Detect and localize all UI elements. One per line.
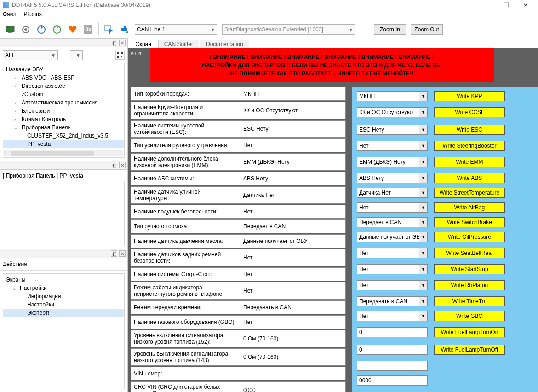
screens-item[interactable]: Настройки [3, 300, 124, 309]
refresh-blue-icon[interactable] [36, 24, 47, 35]
write-button[interactable]: Write KPP [434, 91, 505, 101]
param-dropdown[interactable]: Нет▼ [357, 311, 428, 321]
param-dropdown[interactable]: КК и ОС Отсутствуют▼ [357, 107, 428, 117]
write-button[interactable]: Write SteeringBooster [434, 141, 505, 151]
control-row: ESC Нету▼Write ESC [357, 122, 538, 138]
params-table: Тип коробки передач:МКППНаличие Круиз-Ко… [131, 87, 346, 392]
write-button[interactable]: Write SwitchBrake [434, 217, 505, 227]
menu-file[interactable]: Файл [3, 11, 17, 17]
param-value: ESC Нету [240, 121, 345, 137]
param-dropdown[interactable]: Передавать в CAN▼ [357, 296, 428, 306]
cursor-box-icon[interactable] [103, 24, 114, 35]
filter-select[interactable]: ALL ▼ [3, 50, 58, 60]
screens-item[interactable]: Эксперт! [3, 309, 124, 317]
tree-item[interactable]: ›Блок связи [3, 107, 124, 115]
gear-icon[interactable] [20, 24, 31, 35]
tree-item[interactable]: ⌄Приборная Панель [3, 123, 124, 132]
zoom-out-button[interactable]: Zoom Out [411, 24, 443, 35]
param-input[interactable] [357, 361, 428, 371]
tree-item[interactable]: ›Климат Контроль [3, 115, 124, 123]
float-icon[interactable]: ◧ [111, 162, 117, 168]
param-input[interactable]: 0 [357, 345, 428, 355]
control-row: Датчика Нет▼Write StreetTemperature [357, 186, 538, 199]
write-button[interactable]: Write EMM [434, 157, 505, 167]
write-button[interactable]: Write TimeTrn [434, 296, 505, 306]
param-dropdown[interactable]: Передает в CAN▼ [357, 217, 428, 227]
app-icon [3, 2, 9, 8]
hex-icon[interactable]: 0x [83, 24, 94, 35]
tree-subitem[interactable]: PP_vesta [3, 140, 124, 148]
write-button[interactable]: Write GBO [434, 311, 505, 321]
param-dropdown[interactable]: Нет▼ [357, 280, 428, 290]
faucet-icon[interactable] [119, 24, 130, 35]
param-dropdown[interactable]: Данные получает от ЭБУ▼ [357, 232, 428, 242]
screens-header: Экраны [6, 277, 25, 283]
param-dropdown[interactable]: ESC Нету▼ [357, 125, 428, 135]
diag-session-select[interactable]: StartDiagnosticSession.Extended [1003] ▼ [222, 24, 355, 35]
param-dropdown[interactable]: ЕММ (ДБКЭ) Нету▼ [357, 157, 428, 167]
param-dropdown[interactable]: МКПП▼ [357, 91, 428, 101]
filter-row: ALL ▼ ▼ [0, 47, 127, 63]
close-icon[interactable]: ✕ [119, 162, 126, 168]
write-button[interactable]: Write StreetTemperature [434, 188, 505, 198]
float-icon[interactable]: ◧ [111, 250, 117, 257]
can-line-value: CAN Line 1 [137, 26, 165, 33]
screens-item-label: Настройки [27, 301, 54, 308]
param-row: Наличие АБС системы:ABS Нету [131, 172, 346, 185]
write-button[interactable]: Write CCSL [434, 107, 505, 117]
tree-item[interactable]: ›ABS-VDC - ABS-ESP [3, 74, 124, 82]
close-icon[interactable]: ✕ [119, 40, 126, 46]
tree-item[interactable]: zCustom [3, 90, 124, 98]
horizontal-scrollbar[interactable] [4, 150, 123, 156]
write-button[interactable]: Write FuelLampTurnOn [434, 327, 505, 337]
screens-tree[interactable]: Экраны ︿ ⌄ Настройки ИнформацияНастройки… [3, 273, 125, 389]
collapse-icon[interactable]: ︿ [34, 277, 39, 283]
param-input[interactable]: 0 [357, 327, 428, 337]
close-icon[interactable]: ✕ [119, 250, 126, 257]
write-button[interactable]: Write ESC [434, 125, 505, 135]
tree-item[interactable]: ›Direction assistée [3, 82, 124, 90]
tree-item[interactable]: ›Автоматическая трансмиссия [3, 98, 124, 107]
tab-screen[interactable]: Экран [130, 40, 157, 48]
chevron-down-icon: ▼ [211, 27, 215, 32]
param-label: Режим передачи времени: [131, 301, 240, 314]
write-button[interactable]: Write SeatBeltReal [434, 248, 505, 258]
tab-can-sniffer[interactable]: CAN Sniffer [158, 40, 199, 48]
param-value: Нет [240, 282, 345, 299]
param-dropdown[interactable]: Нет▼ [357, 202, 428, 213]
menu-plugins[interactable]: Plugins [24, 11, 42, 17]
minimize-button[interactable]: — [477, 1, 497, 9]
param-dropdown[interactable]: Нет▼ [357, 141, 428, 151]
qr-icon[interactable] [115, 51, 125, 60]
param-row: Уровень включения сигнализатора низкого … [131, 330, 346, 347]
write-button[interactable]: Write ABS [434, 173, 505, 183]
param-dropdown[interactable]: Датчика Нет▼ [357, 188, 428, 198]
tab-documentation[interactable]: Documentation [200, 40, 249, 48]
write-button[interactable]: Write StartStop [434, 264, 505, 274]
param-input[interactable]: 0000 [357, 375, 428, 386]
tree-subitem[interactable]: CLUSTER_X52_2nd_Indus_v3.5 [3, 132, 124, 140]
maximize-button[interactable]: ☐ [497, 1, 516, 9]
float-icon[interactable]: ◧ [111, 40, 117, 46]
write-button[interactable]: Write RbPlafon [434, 280, 505, 290]
monitor-icon[interactable] [5, 24, 16, 35]
param-dropdown[interactable]: Нет▼ [357, 248, 428, 258]
filter-secondary[interactable]: ▼ [70, 50, 83, 60]
chevron-down-icon: ▼ [419, 173, 427, 183]
can-line-select[interactable]: CAN Line 1 ▼ [135, 24, 217, 35]
screens-item[interactable]: Информация [3, 292, 124, 300]
ecu-tree[interactable]: Название ЭБУ ›ABS-VDC - ABS-ESP›Directio… [3, 63, 125, 158]
param-value: Нет [240, 316, 345, 329]
param-label: Наличие системы курсовой устойчивости (E… [131, 121, 240, 137]
refresh-green-icon[interactable] [52, 24, 63, 35]
param-dropdown[interactable]: ABS Нету▼ [357, 173, 428, 183]
heart-icon[interactable] [67, 24, 78, 35]
write-button[interactable]: Write OilPressure [434, 232, 505, 242]
param-dropdown[interactable]: Нет▼ [357, 264, 428, 274]
close-button[interactable]: ✕ [516, 1, 535, 9]
write-button[interactable]: Write AirBag [434, 202, 505, 213]
param-value: ABS Нету [240, 172, 345, 185]
zoom-in-button[interactable]: Zoom In [374, 24, 406, 35]
write-button[interactable]: Write FuelLampTurnOff [434, 345, 505, 355]
screens-root[interactable]: ⌄ Настройки [3, 284, 124, 292]
